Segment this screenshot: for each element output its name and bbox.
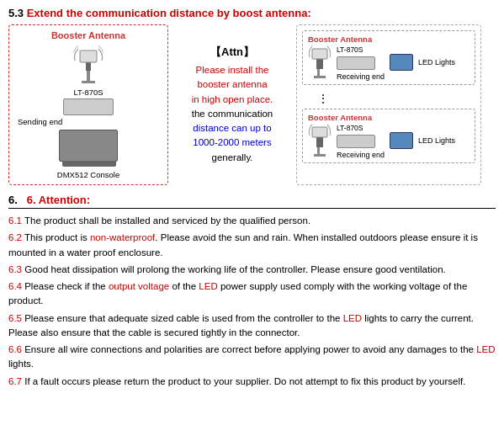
attention-item-64: 6.4 Please check if the output voltage o…: [8, 279, 496, 309]
section-53: 5.3 Extend the communication distance by…: [8, 7, 496, 185]
section-6-header: 6. 6. Attention:: [8, 194, 496, 209]
led-right2: [390, 132, 413, 149]
svg-rect-5: [314, 76, 326, 78]
right-led2-label: LED Lights: [418, 136, 455, 145]
center-attn-box: 【Attn】 Please install thebooster antenna…: [173, 24, 291, 185]
svg-rect-0: [87, 69, 90, 82]
lt870s-right2: [337, 135, 375, 148]
led-right1: [390, 54, 413, 71]
antenna-svg-right2: [308, 122, 332, 159]
section-6-title: 6. Attention:: [27, 194, 90, 206]
antenna-svg-left: [73, 44, 103, 88]
dmx-label: DMX512 Console: [57, 170, 119, 179]
divider-dots: ⋮: [317, 92, 475, 105]
svg-rect-7: [312, 49, 327, 59]
lt870s-right1: [337, 56, 375, 70]
section-53-header: 5.3 Extend the communication distance by…: [8, 7, 496, 19]
attention-list: 6.1 The product shall be installed and s…: [8, 214, 496, 389]
right-top-section: Booster Antenna LT-870S Receivin: [302, 30, 475, 85]
attn-body: Please install thebooster antennain high…: [192, 63, 273, 165]
lt870s-device-left: [63, 98, 114, 115]
attn-title: 【Attn】: [210, 45, 254, 60]
right-lt1-label: LT-870S: [337, 45, 385, 54]
lt870s-label-left: LT-870S: [73, 88, 103, 97]
svg-rect-1: [82, 81, 95, 83]
right-recv1-label: Receiving end: [337, 72, 385, 81]
diagram-row: Booster Antenna LT-870S Sending end: [8, 24, 496, 185]
right-diagram: Booster Antenna LT-870S Receivin: [296, 24, 481, 185]
right-recv2-label: Receiving end: [337, 151, 385, 159]
svg-rect-11: [312, 127, 327, 137]
svg-rect-9: [314, 154, 326, 157]
section-6-num: 6.: [8, 194, 18, 206]
attention-item-61: 6.1 The product shall be installed and s…: [8, 214, 496, 228]
attention-item-67: 6.7 If a fault occurs please return the …: [8, 375, 496, 389]
attention-item-63: 6.3 Good heat dissipation will prolong t…: [8, 263, 496, 277]
attention-item-65: 6.5 Please ensure that adequate sized ca…: [8, 311, 496, 341]
right-lt2-label: LT-870S: [337, 124, 385, 132]
attention-item-66: 6.6 Ensure all wire connections and pola…: [8, 343, 496, 372]
sending-end-label: Sending end: [18, 117, 62, 126]
right-booster1-label: Booster Antenna: [308, 35, 470, 44]
left-box-label: Booster Antenna: [51, 30, 125, 40]
section-53-title: Extend the communication distance by boo…: [27, 7, 311, 19]
svg-rect-3: [80, 51, 97, 62]
right-booster2-label: Booster Antenna: [308, 113, 470, 122]
antenna-svg-right1: [308, 44, 332, 81]
section-6: 6. 6. Attention: 6.1 The product shall b…: [8, 194, 496, 389]
attention-item-62: 6.2 This product is non-waterproof. Plea…: [8, 231, 496, 260]
right-bottom-section: Booster Antenna LT-870S Receiving end: [302, 109, 475, 163]
left-diagram: Booster Antenna LT-870S Sending end: [8, 24, 168, 185]
dmx-console: [59, 130, 118, 162]
right-led1-label: LED Lights: [418, 58, 455, 66]
